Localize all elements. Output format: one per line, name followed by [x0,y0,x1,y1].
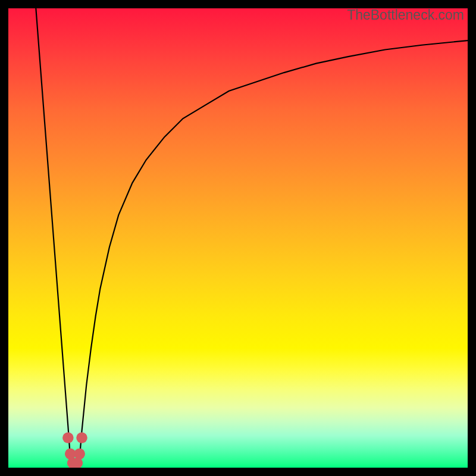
curve-group [36,8,468,468]
curve-markers [62,433,87,468]
marker-dot [76,433,87,444]
curve-left-branch [36,8,70,459]
curve-right-branch [80,40,468,459]
chart-frame: TheBottleneck.com [0,0,476,476]
chart-curve-svg [8,8,468,468]
chart-plot-area: TheBottleneck.com [8,8,468,468]
marker-dot [74,449,85,460]
marker-dot [62,433,74,444]
